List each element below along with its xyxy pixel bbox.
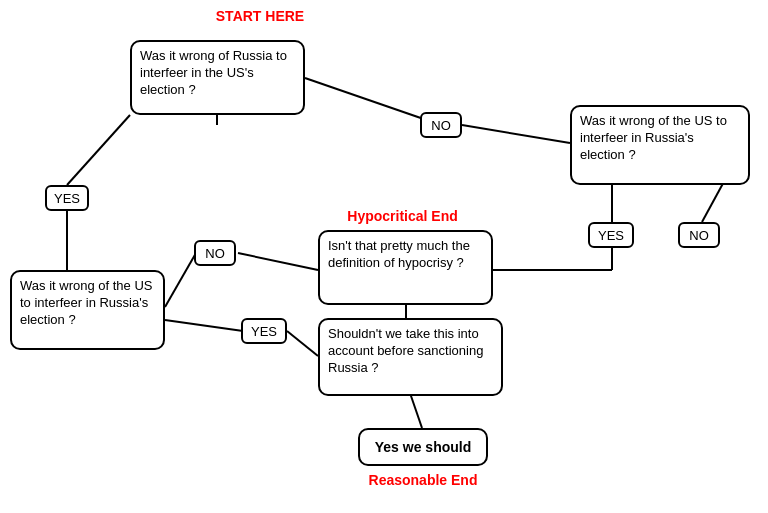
connector-yes2-text: YES [598, 228, 624, 243]
connector-no3: NO [194, 240, 236, 266]
node-q2: Was it wrong of the US to interfeer in R… [570, 105, 750, 185]
connector-yes3-text: YES [251, 324, 277, 339]
node-q5: Shouldn't we take this into account befo… [318, 318, 503, 396]
connector-no2-text: NO [689, 228, 709, 243]
node-yes-we-should: Yes we should [358, 428, 488, 466]
svg-line-6 [165, 253, 196, 307]
node-q2-text: Was it wrong of the US to interfeer in R… [580, 113, 727, 162]
flowchart-canvas: START HERE Was it wrong of Russia to int… [0, 0, 768, 513]
connector-yes3: YES [241, 318, 287, 344]
node-q4: Isn't that pretty much the definition of… [318, 230, 493, 305]
connector-no1: NO [420, 112, 462, 138]
svg-line-7 [238, 253, 318, 270]
node-q1: Was it wrong of Russia to interfeer in t… [130, 40, 305, 115]
hypocritical-end-label: Hypocritical End [310, 208, 495, 224]
node-yes-we-should-text: Yes we should [375, 438, 471, 456]
node-q3: Was it wrong of the US to interfeer in R… [10, 270, 165, 350]
connector-no1-text: NO [431, 118, 451, 133]
connector-yes1-text: YES [54, 191, 80, 206]
node-q1-text: Was it wrong of Russia to interfeer in t… [140, 48, 287, 97]
svg-line-8 [165, 320, 243, 331]
svg-line-10 [410, 393, 422, 428]
node-q3-text: Was it wrong of the US to interfeer in R… [20, 278, 152, 327]
svg-line-9 [287, 331, 318, 356]
node-q4-text: Isn't that pretty much the definition of… [328, 238, 470, 270]
connector-yes2: YES [588, 222, 634, 248]
node-q5-text: Shouldn't we take this into account befo… [328, 326, 483, 375]
svg-line-2 [462, 125, 570, 143]
start-label: START HERE [185, 8, 335, 24]
reasonable-end-label: Reasonable End [358, 472, 488, 488]
svg-line-3 [67, 115, 130, 185]
connector-yes1: YES [45, 185, 89, 211]
connector-no2: NO [678, 222, 720, 248]
connector-no3-text: NO [205, 246, 225, 261]
